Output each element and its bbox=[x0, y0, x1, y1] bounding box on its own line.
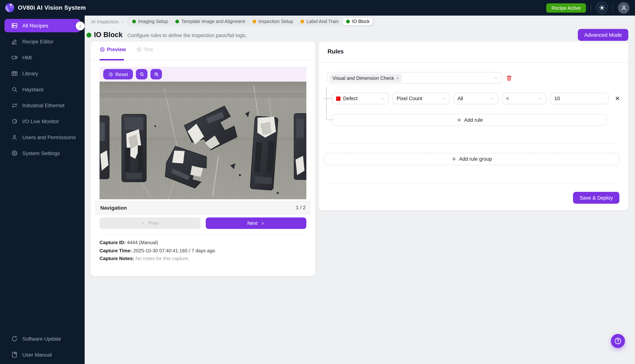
add-rule-group-button[interactable]: Add rule group bbox=[324, 153, 619, 165]
sidebar-item-label: Software Update bbox=[22, 336, 61, 342]
navigation-buttons: Prev Next bbox=[100, 218, 306, 229]
video-camera-icon bbox=[11, 54, 18, 61]
status-dot-amber bbox=[300, 20, 304, 24]
rule-group-tag: Visual and Dimension Check × bbox=[330, 74, 402, 82]
zoom-in-button[interactable] bbox=[150, 69, 162, 80]
user-icon bbox=[620, 4, 627, 11]
help-button[interactable] bbox=[611, 334, 625, 348]
tab-label: Test bbox=[144, 47, 153, 52]
next-button[interactable]: Next bbox=[206, 218, 306, 229]
capture-time-label: Capture Time: bbox=[100, 248, 132, 253]
capture-id-label: Capture ID: bbox=[100, 240, 126, 245]
capture-id-row: Capture ID: 4444 (Manual) bbox=[100, 238, 215, 246]
add-rule-group-label: Add rule group bbox=[459, 156, 492, 162]
chevron-down-icon bbox=[538, 96, 542, 100]
sidebar-item-library[interactable]: Library bbox=[5, 67, 80, 80]
sidebar-item-all-recipes[interactable]: All Recipes bbox=[5, 19, 80, 32]
capture-id-value: 4444 (Manual) bbox=[127, 240, 158, 245]
chevron-down-icon bbox=[442, 96, 446, 100]
collapse-corners-icon bbox=[108, 72, 113, 76]
sidebar-item-label: Industrial Ethernet bbox=[22, 102, 65, 108]
status-dot-amber bbox=[252, 20, 256, 24]
add-rule-button[interactable]: Add rule bbox=[333, 114, 607, 126]
step-inspection-setup[interactable]: Inspection Setup bbox=[249, 18, 296, 25]
step-label: IO Block bbox=[352, 19, 370, 24]
step-label-and-train[interactable]: Label And Train bbox=[297, 18, 342, 25]
top-bar: OV80i AI Vision System Recipe Active bbox=[0, 0, 635, 16]
chevron-down-icon bbox=[490, 96, 494, 100]
defect-color-swatch bbox=[336, 96, 341, 101]
plus-icon bbox=[457, 118, 462, 122]
app-title: OV80i AI Vision System bbox=[18, 4, 86, 11]
sidebar-item-label: Users and Permissions bbox=[22, 134, 76, 140]
step-imaging-setup[interactable]: Imaging Setup bbox=[129, 18, 171, 25]
sidebar-item-recipe-editor[interactable]: Recipe Editor bbox=[5, 35, 80, 48]
sidebar-item-hmi[interactable]: HMI bbox=[5, 51, 80, 64]
page-subtitle: Configure rules to define the inspection… bbox=[127, 32, 247, 38]
sidebar-item-io-live-monitor[interactable]: I/O Live Monitor bbox=[5, 115, 80, 128]
advanced-mode-button[interactable]: Advanced Mode bbox=[578, 29, 628, 41]
sidebar-collapse-button[interactable] bbox=[76, 22, 85, 30]
sidebar-item-industrial-ethernet[interactable]: Industrial Ethernet bbox=[5, 99, 80, 112]
trash-icon bbox=[506, 74, 512, 81]
app-root: OV80i AI Vision System Recipe Active bbox=[0, 0, 635, 364]
prev-button[interactable]: Prev bbox=[100, 218, 200, 229]
status-dot-green bbox=[175, 20, 179, 24]
reset-view-button[interactable]: Reset bbox=[103, 69, 133, 80]
rule-operator-select[interactable]: < bbox=[502, 93, 547, 104]
rule-target-select[interactable]: Defect bbox=[332, 93, 389, 104]
rule-metric-select[interactable]: Pixel Count bbox=[393, 93, 450, 104]
capture-notes-label: Capture Notes: bbox=[100, 256, 134, 261]
tab-preview[interactable]: Preview bbox=[100, 47, 126, 58]
sidebar-item-users-permissions[interactable]: Users and Permissions bbox=[5, 130, 80, 144]
sidebar-item-label: All Recipes bbox=[22, 23, 48, 28]
theme-toggle-button[interactable] bbox=[596, 2, 608, 14]
plus-icon bbox=[452, 156, 456, 162]
add-rule-label: Add rule bbox=[464, 117, 483, 123]
remove-rule-button[interactable]: ✕ bbox=[615, 95, 620, 102]
refresh-icon bbox=[11, 336, 18, 342]
recipe-active-badge: Recipe Active bbox=[546, 3, 586, 12]
tab-test[interactable]: Test bbox=[136, 47, 153, 58]
remove-tag-icon[interactable]: × bbox=[396, 75, 399, 81]
capture-notes-row: Capture Notes: No notes for this capture… bbox=[100, 254, 215, 262]
chevron-right-icon bbox=[260, 221, 265, 226]
tab-label: Preview bbox=[107, 47, 126, 52]
rule-scope-select[interactable]: All bbox=[453, 93, 498, 104]
pencil-icon bbox=[11, 38, 18, 45]
sidebar-item-system-settings[interactable]: System Settings bbox=[5, 146, 80, 160]
ethernet-arrows-icon bbox=[11, 102, 18, 109]
zoom-out-button[interactable] bbox=[136, 69, 147, 80]
rule-group-tag-label: Visual and Dimension Check bbox=[332, 75, 394, 81]
step-template-image-alignment[interactable]: Template Image and Alignment bbox=[172, 18, 248, 25]
sidebar-footer: Software Update User Manual bbox=[0, 332, 85, 362]
capture-time-value: 2025-10-30 07:40:41.165 / 7 days ago bbox=[133, 248, 215, 253]
gear-icon bbox=[11, 150, 18, 156]
rule-row: Defect Pixel Count All < ✕ bbox=[332, 93, 620, 104]
topbar-right: Recipe Active bbox=[546, 2, 629, 14]
capture-divider bbox=[100, 234, 306, 234]
chevron-left-icon bbox=[141, 221, 146, 226]
rule-scope-value: All bbox=[458, 96, 463, 101]
step-io-block[interactable]: IO Block bbox=[343, 18, 373, 25]
sidebar-item-haystack[interactable]: Haystack bbox=[5, 83, 80, 96]
recipes-icon bbox=[11, 22, 18, 29]
status-dot-green bbox=[132, 20, 136, 24]
breadcrumb: AI Inspection / Imaging Setup Template I… bbox=[91, 17, 375, 26]
rule-value-input[interactable] bbox=[550, 93, 609, 104]
rule-group-select[interactable]: Visual and Dimension Check × bbox=[328, 72, 502, 84]
save-deploy-button[interactable]: Save & Deploy bbox=[573, 192, 619, 204]
chevron-down-icon bbox=[494, 76, 498, 80]
inspection-image[interactable] bbox=[100, 82, 306, 199]
sidebar-nav: All Recipes Recipe Editor HMI Library bbox=[0, 19, 85, 160]
sidebar-item-label: HMI bbox=[22, 54, 32, 60]
delete-group-button[interactable] bbox=[506, 74, 513, 82]
breadcrumb-separator: / bbox=[122, 19, 124, 24]
step-label: Inspection Setup bbox=[258, 19, 293, 24]
breadcrumb-root[interactable]: AI Inspection bbox=[91, 19, 119, 24]
active-tab-underline bbox=[100, 59, 124, 60]
sidebar-item-software-update[interactable]: Software Update bbox=[5, 332, 80, 346]
sidebar-item-user-manual[interactable]: User Manual bbox=[5, 348, 80, 362]
user-avatar[interactable] bbox=[618, 2, 629, 14]
navigation-label: Navigation bbox=[100, 205, 127, 210]
